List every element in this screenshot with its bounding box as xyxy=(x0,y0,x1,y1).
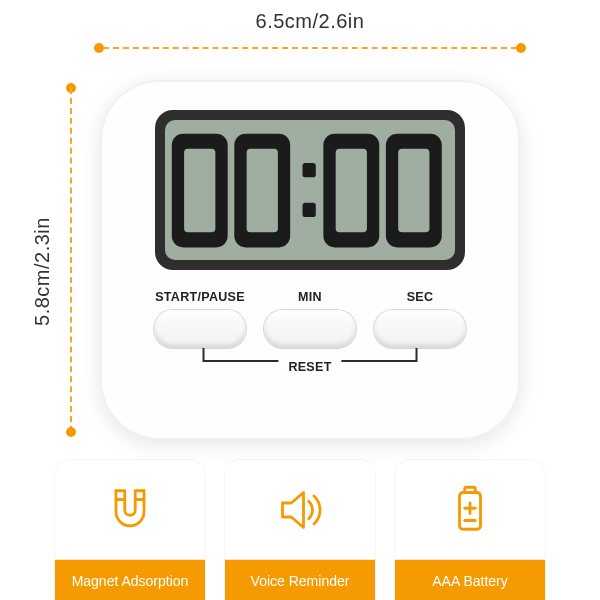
width-label: 6.5cm/2.6in xyxy=(95,10,525,33)
feature-label: Voice Reminder xyxy=(225,560,375,600)
svg-rect-0 xyxy=(302,163,315,177)
start-pause-button[interactable] xyxy=(154,310,246,348)
feature-card-magnet: Magnet Adsorption xyxy=(55,460,205,600)
min-label: MIN xyxy=(260,290,360,304)
speaker-icon xyxy=(225,460,375,560)
sec-label: SEC xyxy=(370,290,470,304)
start-pause-label: START/PAUSE xyxy=(150,290,250,304)
battery-icon xyxy=(395,460,545,560)
feature-card-voice: Voice Reminder xyxy=(225,460,375,600)
feature-row: Magnet Adsorption Voice Reminder AAA Bat… xyxy=(0,460,600,600)
height-label: 5.8cm/2.3in xyxy=(31,172,54,372)
timer-device: START/PAUSE MIN SEC RESET xyxy=(100,80,520,440)
reset-label: RESET xyxy=(278,360,341,374)
height-span-line xyxy=(70,88,72,432)
magnet-icon xyxy=(55,460,205,560)
lcd-screen xyxy=(165,120,455,260)
width-span-line xyxy=(95,37,525,59)
feature-label: Magnet Adsorption xyxy=(55,560,205,600)
feature-card-battery: AAA Battery xyxy=(395,460,545,600)
svg-rect-1 xyxy=(302,203,315,217)
button-row: START/PAUSE MIN SEC xyxy=(150,290,470,348)
height-dimension: 5.8cm/2.3in xyxy=(30,80,90,440)
min-button[interactable] xyxy=(264,310,356,348)
feature-label: AAA Battery xyxy=(395,560,545,600)
svg-rect-5 xyxy=(465,487,476,492)
width-dimension: 6.5cm/2.6in xyxy=(95,10,525,59)
lcd-digits xyxy=(168,121,452,258)
sec-button[interactable] xyxy=(374,310,466,348)
lcd-bezel xyxy=(155,110,465,270)
